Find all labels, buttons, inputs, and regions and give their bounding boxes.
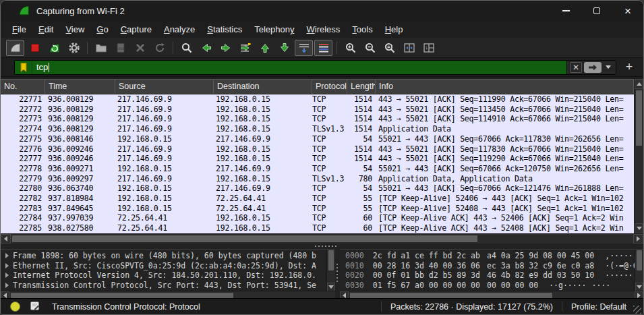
packet-row[interactable]: 22771 936.008129 217.146.69.9 192.168.0.… xyxy=(1,94,634,105)
filter-bookmark-icon[interactable] xyxy=(15,61,32,74)
menu-item[interactable]: Wireless xyxy=(301,22,347,36)
resize-columns-button[interactable] xyxy=(400,40,418,56)
scroll-left-button[interactable] xyxy=(1,234,11,244)
detail-tree-row[interactable]: Transmission Control Protocol, Src Port:… xyxy=(1,281,335,291)
hscroll-thumb[interactable] xyxy=(11,293,233,298)
filter-apply-button[interactable] xyxy=(584,62,602,73)
menu-item[interactable]: Edit xyxy=(32,22,59,36)
column-header-destination[interactable]: Destination xyxy=(214,80,312,94)
close-file-button[interactable] xyxy=(131,40,149,56)
hex-vscrollbar[interactable] xyxy=(635,250,643,291)
expand-arrow-icon[interactable] xyxy=(5,273,9,278)
pane-splitter-horizontal[interactable] xyxy=(1,244,643,249)
packet-row[interactable]: 22776 936.009246 217.146.69.9 192.168.0.… xyxy=(1,144,634,154)
column-header-length[interactable]: Length xyxy=(347,80,376,94)
scroll-up-button[interactable] xyxy=(635,79,643,89)
save-file-button[interactable]: 010 xyxy=(111,40,129,56)
menu-bar: File Edit View Go Capture Analyze Statis… xyxy=(1,21,643,38)
zoom-reset-button[interactable] xyxy=(380,40,399,56)
capture-comment-icon[interactable] xyxy=(30,301,40,313)
filter-history-dropdown[interactable] xyxy=(606,65,611,69)
packet-list-vscrollbar[interactable] xyxy=(634,79,643,233)
open-file-button[interactable] xyxy=(92,40,110,56)
packet-row[interactable]: 22773 936.008129 217.146.69.9 192.168.0.… xyxy=(1,114,634,124)
packet-row[interactable]: 22785 938.027580 72.25.64.41 192.168.0.1… xyxy=(1,223,634,233)
menu-item[interactable]: Go xyxy=(90,22,114,36)
toolbar-separator xyxy=(87,42,88,54)
column-header-time[interactable]: Time xyxy=(45,80,115,94)
packet-row[interactable]: 22777 936.009246 217.146.69.9 192.168.0.… xyxy=(1,154,634,164)
vscroll-thumb[interactable] xyxy=(328,250,334,270)
scroll-down-button[interactable] xyxy=(635,223,643,233)
display-filter-input[interactable]: tcp ✕ xyxy=(14,60,616,75)
go-forward-button[interactable] xyxy=(216,40,235,56)
maximize-button[interactable] xyxy=(581,1,612,21)
go-up-button[interactable] xyxy=(256,40,274,56)
pane-splitter-vertical[interactable] xyxy=(335,249,340,299)
zoom-in-button[interactable] xyxy=(341,40,359,56)
hex-row[interactable]: 00002c fd a1 ce ff bd 2c aba4 0a 25 9d 0… xyxy=(340,251,643,261)
packet-row[interactable]: 22779 936.009297 217.146.69.9 192.168.0.… xyxy=(1,174,634,184)
expand-arrow-icon[interactable] xyxy=(5,263,9,268)
packet-row[interactable]: 22784 937.997039 72.25.64.41 192.168.0.1… xyxy=(1,213,634,223)
auto-scroll-button[interactable] xyxy=(295,40,313,56)
hex-row[interactable]: 002000 0f 01 bb d2 b5 89 3d46 4b 82 e9 d… xyxy=(340,270,643,281)
menu-item[interactable]: File xyxy=(6,22,32,36)
menu-item[interactable]: View xyxy=(59,22,90,36)
hscroll-thumb[interactable] xyxy=(12,235,477,242)
column-header-source[interactable]: Source xyxy=(115,80,214,94)
menu-item[interactable]: Capture xyxy=(115,22,158,36)
profile-label[interactable]: Profile: Default xyxy=(571,302,626,312)
scroll-right-button[interactable] xyxy=(633,234,643,244)
menu-item[interactable]: Tools xyxy=(346,22,378,36)
minimize-button[interactable] xyxy=(550,1,581,21)
filter-clear-button[interactable]: ✕ xyxy=(570,62,582,73)
packet-row[interactable]: 22775 936.008146 192.168.0.15 217.146.69… xyxy=(1,134,634,144)
go-back-button[interactable] xyxy=(197,40,215,56)
zoom-out-button[interactable] xyxy=(361,40,379,56)
vscroll-thumb[interactable] xyxy=(637,250,642,270)
hscroll-thumb[interactable] xyxy=(350,293,552,298)
expand-arrow-icon[interactable] xyxy=(5,283,9,288)
hex-row[interactable]: 003001 f5 67 a0 00 00 00 0000 00 00 00··… xyxy=(340,281,643,291)
details-vscrollbar[interactable] xyxy=(326,250,335,291)
add-filter-button[interactable]: + xyxy=(622,60,637,75)
start-capture-button[interactable] xyxy=(6,40,24,56)
menu-item[interactable]: Help xyxy=(379,22,409,36)
packet-row[interactable]: 22780 936.063740 192.168.0.15 217.146.69… xyxy=(1,183,634,194)
detail-tree-row[interactable]: Internet Protocol Version 4, Src: 184.50… xyxy=(1,270,335,281)
go-to-packet-button[interactable] xyxy=(236,40,254,56)
resize-grip-icon[interactable] xyxy=(633,306,641,314)
detail-tree-row[interactable]: Ethernet II, Src: CiscoSPVTG_0a:25:9d (2… xyxy=(1,261,335,271)
detail-tree-row[interactable]: Frame 1898: 60 bytes on wire (480 bits),… xyxy=(1,251,335,261)
layout-button[interactable]: 1 xyxy=(419,40,438,56)
expert-info-icon[interactable] xyxy=(10,302,20,312)
vscroll-thumb[interactable] xyxy=(636,90,642,146)
menu-item[interactable]: Telephony xyxy=(248,22,300,36)
packet-row[interactable]: 22772 936.008129 217.146.69.9 192.168.0.… xyxy=(1,105,634,115)
find-packet-button[interactable] xyxy=(177,40,196,56)
column-header-info[interactable]: Info xyxy=(376,80,634,94)
packet-row[interactable]: 22774 936.008129 217.146.69.9 192.168.0.… xyxy=(1,124,634,134)
splitter-grip-icon xyxy=(336,264,338,284)
column-header-protocol[interactable]: Protocol xyxy=(312,80,347,94)
menu-item[interactable]: Statistics xyxy=(201,22,248,36)
packet-row[interactable]: 22782 937.818984 192.168.0.15 72.25.64.4… xyxy=(1,194,634,204)
stop-capture-button[interactable] xyxy=(26,40,44,56)
filter-text[interactable]: tcp xyxy=(32,61,566,74)
reload-file-button[interactable] xyxy=(150,40,169,56)
packet-row[interactable]: 22778 936.009271 192.168.0.15 217.146.69… xyxy=(1,164,634,174)
capture-options-button[interactable] xyxy=(65,40,83,56)
expand-arrow-icon[interactable] xyxy=(5,253,9,258)
resize-columns-icon xyxy=(403,42,415,54)
packet-row[interactable]: 22783 937.849645 192.168.0.15 72.25.64.4… xyxy=(1,204,634,214)
packet-list-hscrollbar[interactable] xyxy=(1,233,643,244)
colorize-button[interactable] xyxy=(314,40,332,56)
hex-bytes: 01 f5 67 a0 00 00 00 00 xyxy=(373,281,480,290)
go-down-button[interactable] xyxy=(275,40,293,56)
hex-row[interactable]: 001000 28 16 3d 40 00 36 06ec 3a b8 32 c… xyxy=(340,261,643,271)
menu-item[interactable]: Analyze xyxy=(158,22,201,36)
restart-capture-button[interactable] xyxy=(45,40,63,56)
column-header-no[interactable]: No. xyxy=(1,80,45,94)
close-button[interactable]: × xyxy=(612,1,643,21)
